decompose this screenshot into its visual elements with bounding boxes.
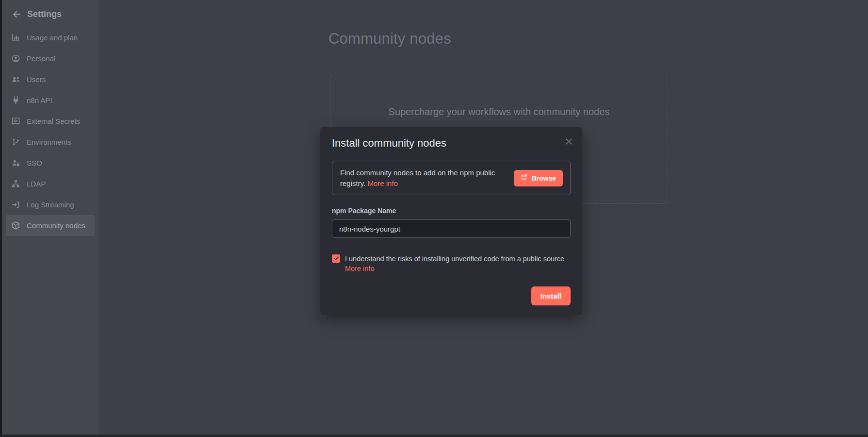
sidebar-item-label: SSO: [27, 159, 42, 167]
sidebar-item-community-nodes[interactable]: Community nodes: [6, 215, 95, 236]
modal-footer: Install: [332, 286, 571, 305]
sidebar-item-users[interactable]: Users: [6, 69, 95, 90]
sidebar-item-label: n8n API: [27, 96, 52, 104]
modal-title: Install community nodes: [332, 137, 446, 150]
cube-icon: [12, 221, 20, 230]
close-icon[interactable]: [565, 138, 573, 147]
settings-sidebar: Settings Usage and plan Personal Users n…: [2, 0, 98, 435]
sidebar-item-label: Community nodes: [27, 221, 85, 230]
vault-icon: [12, 117, 20, 125]
npm-registry-info-box: Find community nodes to add on the npm p…: [332, 161, 571, 195]
sitemap-icon: [12, 180, 20, 188]
sign-in-icon: [12, 201, 20, 209]
sidebar-item-external-secrets[interactable]: External Secrets: [6, 111, 95, 132]
sidebar-item-usage-and-plan[interactable]: Usage and plan: [6, 27, 95, 48]
page-title: Community nodes: [328, 30, 451, 48]
plug-icon: [12, 96, 20, 104]
install-community-nodes-modal: Install community nodes Find community n…: [320, 127, 582, 315]
modal-header: Install community nodes: [332, 137, 571, 150]
sidebar-title: Settings: [27, 9, 62, 19]
user-circle-icon: [12, 54, 20, 63]
browse-button[interactable]: Browse: [514, 170, 563, 186]
risk-checkbox[interactable]: [332, 254, 340, 263]
risk-label: I understand the risks of installing unv…: [345, 254, 571, 273]
sidebar-item-label: Users: [27, 75, 46, 84]
sidebar-item-personal[interactable]: Personal: [6, 48, 95, 69]
user-lock-icon: [12, 159, 20, 167]
sidebar-item-n8n-api[interactable]: n8n API: [6, 90, 95, 111]
checkmark-icon: [333, 254, 339, 263]
sidebar-item-label: Personal: [27, 54, 55, 63]
sidebar-item-log-streaming[interactable]: Log Streaming: [6, 194, 95, 215]
bottom-scrollbar-track[interactable]: [0, 435, 868, 437]
sidebar-item-label: Log Streaming: [27, 201, 74, 209]
users-icon: [12, 75, 20, 84]
info-text: Find community nodes to add on the npm p…: [340, 168, 514, 189]
sidebar-item-label: External Secrets: [27, 117, 80, 125]
risk-more-info-link[interactable]: More info: [345, 265, 374, 272]
arrow-left-icon: [13, 10, 21, 18]
external-link-icon: [521, 174, 527, 182]
browse-button-label: Browse: [531, 174, 556, 182]
code-branch-icon: [12, 138, 20, 146]
risk-label-text: I understand the risks of installing unv…: [345, 254, 571, 264]
sidebar-item-environments[interactable]: Environments: [6, 132, 95, 152]
risk-acknowledgement-row: I understand the risks of installing unv…: [332, 254, 571, 273]
sidebar-item-label: Usage and plan: [27, 34, 78, 42]
install-button[interactable]: Install: [531, 286, 571, 305]
sidebar-item-label: Environments: [27, 138, 71, 146]
sidebar-item-ldap[interactable]: LDAP: [6, 173, 95, 194]
package-name-label: npm Package Name: [332, 207, 571, 215]
settings-back-header[interactable]: Settings: [2, 7, 98, 21]
sidebar-item-label: LDAP: [27, 180, 46, 188]
registry-more-info-link[interactable]: More info: [367, 179, 398, 187]
chart-bar-icon: [12, 34, 20, 42]
sidebar-item-sso[interactable]: SSO: [6, 152, 95, 173]
package-name-input[interactable]: [332, 219, 571, 238]
empty-state-text: Supercharge your workflows with communit…: [330, 106, 668, 118]
